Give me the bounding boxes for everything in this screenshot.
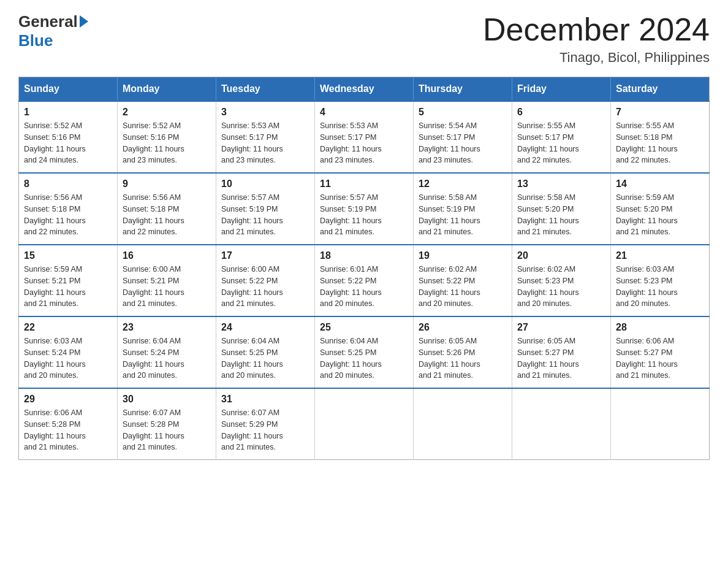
day-number: 11 <box>320 178 408 190</box>
calendar-day-cell: 23Sunrise: 6:04 AMSunset: 5:24 PMDayligh… <box>118 316 216 388</box>
calendar-day-cell <box>512 388 611 460</box>
day-info: Sunrise: 6:04 AMSunset: 5:25 PMDaylight:… <box>320 335 408 381</box>
day-number: 19 <box>419 250 507 261</box>
day-info: Sunrise: 5:59 AMSunset: 5:21 PMDaylight:… <box>24 264 112 310</box>
day-info: Sunrise: 5:55 AMSunset: 5:18 PMDaylight:… <box>616 120 704 166</box>
calendar-header-row: SundayMondayTuesdayWednesdayThursdayFrid… <box>19 77 710 102</box>
day-number: 30 <box>123 394 211 405</box>
day-info: Sunrise: 5:57 AMSunset: 5:19 PMDaylight:… <box>320 192 408 238</box>
calendar-day-cell: 30Sunrise: 6:07 AMSunset: 5:28 PMDayligh… <box>118 388 216 460</box>
calendar-day-cell: 1Sunrise: 5:52 AMSunset: 5:16 PMDaylight… <box>19 101 118 173</box>
calendar-week-row: 22Sunrise: 6:03 AMSunset: 5:24 PMDayligh… <box>19 316 710 388</box>
calendar-header-cell: Saturday <box>611 77 710 102</box>
day-number: 28 <box>616 322 704 333</box>
day-number: 20 <box>517 250 605 261</box>
day-number: 16 <box>123 250 211 261</box>
calendar-week-row: 15Sunrise: 5:59 AMSunset: 5:21 PMDayligh… <box>19 245 710 316</box>
day-info: Sunrise: 6:02 AMSunset: 5:22 PMDaylight:… <box>419 264 507 310</box>
calendar-header-cell: Thursday <box>414 77 512 102</box>
calendar-day-cell <box>611 388 710 460</box>
day-number: 14 <box>616 178 704 190</box>
day-info: Sunrise: 6:01 AMSunset: 5:22 PMDaylight:… <box>320 264 408 310</box>
day-number: 8 <box>24 178 112 190</box>
calendar-week-row: 8Sunrise: 5:56 AMSunset: 5:18 PMDaylight… <box>19 173 710 245</box>
calendar-day-cell: 22Sunrise: 6:03 AMSunset: 5:24 PMDayligh… <box>19 316 118 388</box>
month-year-title: December 2024 <box>483 12 710 47</box>
day-number: 27 <box>517 322 605 333</box>
calendar-day-cell <box>315 388 414 460</box>
calendar-day-cell: 24Sunrise: 6:04 AMSunset: 5:25 PMDayligh… <box>216 316 315 388</box>
day-number: 26 <box>419 322 507 333</box>
calendar-day-cell: 19Sunrise: 6:02 AMSunset: 5:22 PMDayligh… <box>414 245 512 316</box>
day-number: 1 <box>24 107 112 118</box>
logo: General Blue <box>18 12 88 50</box>
day-number: 17 <box>221 250 309 261</box>
calendar-day-cell: 18Sunrise: 6:01 AMSunset: 5:22 PMDayligh… <box>315 245 414 316</box>
calendar-day-cell: 2Sunrise: 5:52 AMSunset: 5:16 PMDaylight… <box>118 101 216 173</box>
page-header: General Blue December 2024 Tinago, Bicol… <box>18 12 710 66</box>
day-info: Sunrise: 6:00 AMSunset: 5:21 PMDaylight:… <box>123 264 211 310</box>
calendar-day-cell: 31Sunrise: 6:07 AMSunset: 5:29 PMDayligh… <box>216 388 315 460</box>
calendar-day-cell: 15Sunrise: 5:59 AMSunset: 5:21 PMDayligh… <box>19 245 118 316</box>
logo-arrow-icon <box>80 15 88 28</box>
day-number: 31 <box>221 394 309 405</box>
day-info: Sunrise: 6:03 AMSunset: 5:23 PMDaylight:… <box>616 264 704 310</box>
calendar-day-cell: 17Sunrise: 6:00 AMSunset: 5:22 PMDayligh… <box>216 245 315 316</box>
day-number: 24 <box>221 322 309 333</box>
day-info: Sunrise: 5:52 AMSunset: 5:16 PMDaylight:… <box>123 120 211 166</box>
day-info: Sunrise: 6:05 AMSunset: 5:27 PMDaylight:… <box>517 335 605 381</box>
calendar-header-cell: Tuesday <box>216 77 315 102</box>
day-number: 22 <box>24 322 112 333</box>
day-info: Sunrise: 6:00 AMSunset: 5:22 PMDaylight:… <box>221 264 309 310</box>
calendar-day-cell: 25Sunrise: 6:04 AMSunset: 5:25 PMDayligh… <box>315 316 414 388</box>
day-info: Sunrise: 5:56 AMSunset: 5:18 PMDaylight:… <box>24 192 112 238</box>
day-info: Sunrise: 5:55 AMSunset: 5:17 PMDaylight:… <box>517 120 605 166</box>
day-info: Sunrise: 6:07 AMSunset: 5:29 PMDaylight:… <box>221 407 309 453</box>
day-info: Sunrise: 5:52 AMSunset: 5:16 PMDaylight:… <box>24 120 112 166</box>
calendar-day-cell: 20Sunrise: 6:02 AMSunset: 5:23 PMDayligh… <box>512 245 611 316</box>
calendar-header: SundayMondayTuesdayWednesdayThursdayFrid… <box>19 77 710 102</box>
calendar-day-cell: 7Sunrise: 5:55 AMSunset: 5:18 PMDaylight… <box>611 101 710 173</box>
day-number: 21 <box>616 250 704 261</box>
day-info: Sunrise: 6:04 AMSunset: 5:25 PMDaylight:… <box>221 335 309 381</box>
calendar-header-cell: Monday <box>118 77 216 102</box>
calendar-header-cell: Wednesday <box>315 77 414 102</box>
calendar-day-cell: 12Sunrise: 5:58 AMSunset: 5:19 PMDayligh… <box>414 173 512 245</box>
day-info: Sunrise: 6:04 AMSunset: 5:24 PMDaylight:… <box>123 335 211 381</box>
calendar-day-cell: 6Sunrise: 5:55 AMSunset: 5:17 PMDaylight… <box>512 101 611 173</box>
day-number: 12 <box>419 178 507 190</box>
calendar-day-cell: 14Sunrise: 5:59 AMSunset: 5:20 PMDayligh… <box>611 173 710 245</box>
day-info: Sunrise: 6:06 AMSunset: 5:27 PMDaylight:… <box>616 335 704 381</box>
day-number: 3 <box>221 107 309 118</box>
day-info: Sunrise: 5:54 AMSunset: 5:17 PMDaylight:… <box>419 120 507 166</box>
calendar-day-cell: 28Sunrise: 6:06 AMSunset: 5:27 PMDayligh… <box>611 316 710 388</box>
day-number: 29 <box>24 394 112 405</box>
calendar-week-row: 1Sunrise: 5:52 AMSunset: 5:16 PMDaylight… <box>19 101 710 173</box>
calendar-header-cell: Friday <box>512 77 611 102</box>
day-info: Sunrise: 6:02 AMSunset: 5:23 PMDaylight:… <box>517 264 605 310</box>
calendar-day-cell: 3Sunrise: 5:53 AMSunset: 5:17 PMDaylight… <box>216 101 315 173</box>
calendar-day-cell: 29Sunrise: 6:06 AMSunset: 5:28 PMDayligh… <box>19 388 118 460</box>
day-number: 15 <box>24 250 112 261</box>
day-number: 9 <box>123 178 211 190</box>
calendar-day-cell: 26Sunrise: 6:05 AMSunset: 5:26 PMDayligh… <box>414 316 512 388</box>
day-info: Sunrise: 6:06 AMSunset: 5:28 PMDaylight:… <box>24 407 112 453</box>
title-area: December 2024 Tinago, Bicol, Philippines <box>483 12 710 66</box>
location-subtitle: Tinago, Bicol, Philippines <box>483 50 710 66</box>
day-info: Sunrise: 5:57 AMSunset: 5:19 PMDaylight:… <box>221 192 309 238</box>
day-number: 7 <box>616 107 704 118</box>
calendar-day-cell: 5Sunrise: 5:54 AMSunset: 5:17 PMDaylight… <box>414 101 512 173</box>
day-number: 10 <box>221 178 309 190</box>
day-info: Sunrise: 5:56 AMSunset: 5:18 PMDaylight:… <box>123 192 211 238</box>
calendar-day-cell: 13Sunrise: 5:58 AMSunset: 5:20 PMDayligh… <box>512 173 611 245</box>
logo-general: General <box>18 12 88 31</box>
calendar-day-cell: 4Sunrise: 5:53 AMSunset: 5:17 PMDaylight… <box>315 101 414 173</box>
day-info: Sunrise: 5:53 AMSunset: 5:17 PMDaylight:… <box>221 120 309 166</box>
calendar-day-cell: 9Sunrise: 5:56 AMSunset: 5:18 PMDaylight… <box>118 173 216 245</box>
day-number: 25 <box>320 322 408 333</box>
calendar-header-cell: Sunday <box>19 77 118 102</box>
calendar-day-cell: 16Sunrise: 6:00 AMSunset: 5:21 PMDayligh… <box>118 245 216 316</box>
calendar-day-cell: 11Sunrise: 5:57 AMSunset: 5:19 PMDayligh… <box>315 173 414 245</box>
day-number: 4 <box>320 107 408 118</box>
calendar-day-cell: 10Sunrise: 5:57 AMSunset: 5:19 PMDayligh… <box>216 173 315 245</box>
